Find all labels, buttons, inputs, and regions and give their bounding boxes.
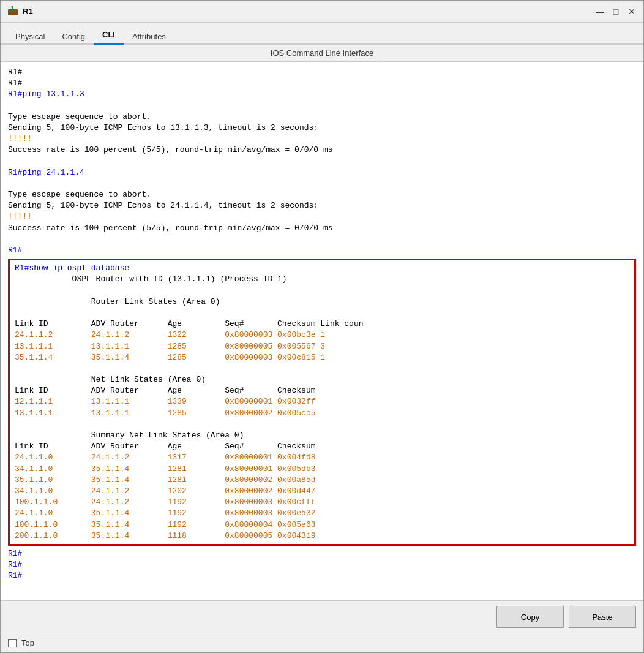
svg-rect-2 bbox=[12, 10, 13, 12]
cli-line: Success rate is 100 percent (5/5), round… bbox=[8, 145, 636, 156]
svg-rect-3 bbox=[14, 10, 16, 12]
cli-line: R1# bbox=[8, 559, 636, 570]
cli-line: 35.1.1.0 35.1.1.4 1281 0x80000002 0x00a8… bbox=[15, 475, 629, 486]
cli-line: R1# bbox=[8, 78, 636, 89]
section-title: IOS Command Line Interface bbox=[1, 45, 643, 62]
cli-line: 13.1.1.1 13.1.1.1 1285 0x80000002 0x005c… bbox=[15, 408, 629, 419]
cli-area: R1# R1# R1#ping 13.1.1.3 Type escape seq… bbox=[1, 62, 643, 600]
cli-line: R1# bbox=[8, 570, 636, 581]
cli-line: 12.1.1.1 13.1.1.1 1339 0x80000001 0x0032… bbox=[15, 396, 629, 407]
cli-line: Sending 5, 100-byte ICMP Echos to 13.1.1… bbox=[8, 123, 636, 134]
cli-line: Summary Net Link States (Area 0) bbox=[15, 430, 629, 441]
cli-line: 34.1.1.0 24.1.1.2 1202 0x80000002 0x00d4… bbox=[15, 486, 629, 497]
footer-bar: Top bbox=[1, 633, 643, 652]
cli-line: Link ID ADV Router Age Seq# Checksum bbox=[15, 441, 629, 452]
top-checkbox[interactable] bbox=[8, 639, 17, 647]
tab-cli[interactable]: CLI bbox=[94, 26, 124, 45]
cli-line bbox=[8, 178, 636, 189]
cli-line: 13.1.1.1 13.1.1.1 1285 0x80000005 0x0055… bbox=[15, 341, 629, 352]
highlighted-block: R1#show ip ospf database OSPF Router wit… bbox=[8, 259, 636, 546]
cli-line: OSPF Router with ID (13.1.1.1) (Process … bbox=[15, 274, 629, 285]
bottom-bar: Copy Paste bbox=[1, 600, 643, 633]
cli-line: 24.1.1.2 24.1.1.2 1322 0x80000003 0x00bc… bbox=[15, 330, 629, 341]
paste-button[interactable]: Paste bbox=[569, 606, 636, 628]
cli-line: 34.1.1.0 35.1.1.4 1281 0x80000001 0x005d… bbox=[15, 464, 629, 475]
cli-line: 24.1.1.0 35.1.1.4 1192 0x80000003 0x00e5… bbox=[15, 508, 629, 519]
cli-line: R1#show ip ospf database bbox=[15, 263, 629, 274]
router-icon bbox=[7, 6, 19, 18]
cli-line: 200.1.1.0 35.1.1.4 1118 0x80000005 0x004… bbox=[15, 530, 629, 542]
cli-line: !!!!! bbox=[8, 134, 636, 145]
cli-line: Sending 5, 100-byte ICMP Echos to 24.1.1… bbox=[8, 200, 636, 211]
tab-bar: Physical Config CLI Attributes bbox=[1, 23, 643, 45]
cli-line: R1# bbox=[8, 245, 636, 256]
cli-line: R1# bbox=[8, 548, 636, 559]
top-label: Top bbox=[21, 638, 34, 647]
cli-line bbox=[15, 285, 629, 296]
cli-line: Link ID ADV Router Age Seq# Checksum bbox=[15, 385, 629, 396]
cli-scroll[interactable]: R1# R1# R1#ping 13.1.1.3 Type escape seq… bbox=[1, 62, 643, 600]
cli-line: 24.1.1.0 24.1.1.2 1317 0x80000001 0x004f… bbox=[15, 452, 629, 463]
tab-attributes[interactable]: Attributes bbox=[124, 28, 174, 45]
cli-line bbox=[8, 156, 636, 167]
cli-line: Success rate is 100 percent (5/5), round… bbox=[8, 223, 636, 234]
cli-line: !!!!! bbox=[8, 211, 636, 222]
cli-line: 35.1.1.4 35.1.1.4 1285 0x80000003 0x00c8… bbox=[15, 352, 629, 363]
cli-line bbox=[8, 234, 636, 245]
copy-button[interactable]: Copy bbox=[496, 606, 564, 628]
cli-line: Type escape sequence to abort. bbox=[8, 111, 636, 123]
cli-line: Type escape sequence to abort. bbox=[8, 189, 636, 200]
cli-line: R1# bbox=[8, 67, 636, 78]
tab-config[interactable]: Config bbox=[53, 28, 94, 45]
main-window: R1 — □ ✕ Physical Config CLI Attributes … bbox=[0, 0, 644, 653]
cli-line bbox=[15, 419, 629, 430]
cli-line: R1#ping 13.1.1.3 bbox=[8, 89, 636, 100]
maximize-button[interactable]: □ bbox=[610, 6, 621, 17]
cli-line: R1#ping 24.1.1.4 bbox=[8, 167, 636, 178]
svg-rect-1 bbox=[9, 10, 11, 12]
svg-point-5 bbox=[12, 6, 13, 7]
tab-physical[interactable]: Physical bbox=[7, 28, 53, 45]
cli-line bbox=[15, 308, 629, 319]
close-button[interactable]: ✕ bbox=[626, 6, 637, 17]
window-title: R1 bbox=[23, 7, 33, 16]
minimize-button[interactable]: — bbox=[594, 6, 605, 17]
cli-line bbox=[15, 363, 629, 374]
cli-line: 100.1.1.0 24.1.1.2 1192 0x80000003 0x00c… bbox=[15, 497, 629, 508]
title-bar: R1 — □ ✕ bbox=[1, 1, 643, 23]
cli-line: Link ID ADV Router Age Seq# Checksum Lin… bbox=[15, 319, 629, 330]
cli-line: Net Link States (Area 0) bbox=[15, 374, 629, 385]
cli-line: 100.1.1.0 35.1.1.4 1192 0x80000004 0x005… bbox=[15, 519, 629, 530]
window-controls: — □ ✕ bbox=[594, 6, 637, 17]
cli-line: Router Link States (Area 0) bbox=[15, 296, 629, 308]
cli-line bbox=[8, 100, 636, 111]
